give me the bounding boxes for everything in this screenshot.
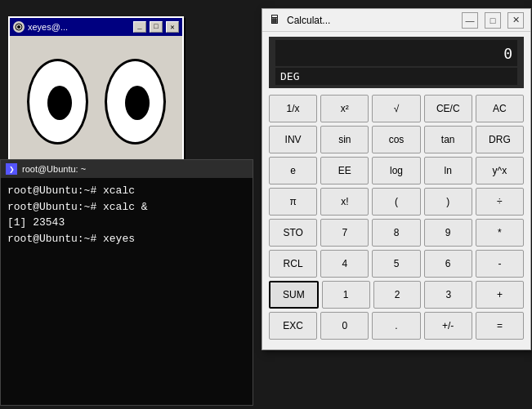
btn-6[interactable]: 6	[424, 250, 472, 278]
btn-inv[interactable]: INV	[269, 126, 317, 153]
terminal-window: ❯ root@Ubuntu: ~ root@Ubuntu:~# xcalc ro…	[0, 159, 253, 406]
calc-display-mode: DEG	[275, 68, 517, 85]
calc-row-2: INV sin cos tan DRG	[269, 126, 524, 153]
btn-decimal[interactable]: .	[372, 312, 420, 340]
btn-ee[interactable]: EE	[320, 157, 369, 184]
btn-4[interactable]: 4	[320, 250, 369, 278]
eyes-container	[27, 59, 166, 144]
calc-display-main: 0	[275, 40, 517, 66]
calc-row-5: STO 7 8 9 *	[269, 219, 524, 247]
btn-ac[interactable]: AC	[476, 95, 524, 122]
xeyes-close-button[interactable]: ✕	[166, 21, 179, 33]
btn-8[interactable]: 8	[372, 219, 420, 247]
terminal-line-2: root@Ubuntu:~# xcalc &	[7, 199, 246, 216]
xeyes-titlebar: xeyes@... _ □ ✕	[10, 18, 182, 36]
xeyes-maximize-button[interactable]: □	[150, 21, 163, 33]
calc-row-8: EXC 0 . +/- =	[269, 312, 524, 340]
calc-maximize-button[interactable]: □	[485, 12, 501, 29]
btn-divide[interactable]: ÷	[476, 188, 524, 216]
btn-add[interactable]: +	[476, 281, 524, 309]
btn-5[interactable]: 5	[372, 250, 420, 278]
calc-title: Calculat...	[287, 15, 455, 26]
btn-rcl[interactable]: RCL	[269, 250, 317, 278]
btn-sqrt[interactable]: √	[372, 95, 420, 122]
calc-close-button[interactable]: ✕	[507, 12, 524, 29]
calculator-window: 🖩 Calculat... — □ ✕ 0 DEG 1/x x² √ CE/C …	[262, 8, 531, 350]
terminal-line-4: root@Ubuntu:~# xeyes	[7, 231, 246, 247]
btn-sin[interactable]: sin	[320, 126, 369, 153]
btn-pi[interactable]: π	[269, 188, 317, 216]
btn-xfact[interactable]: x!	[320, 188, 369, 216]
btn-x2[interactable]: x²	[320, 95, 369, 122]
btn-sum[interactable]: SUM	[269, 281, 319, 309]
btn-sto[interactable]: STO	[269, 219, 317, 247]
calc-display-value: 0	[503, 45, 512, 62]
btn-e[interactable]: e	[269, 157, 317, 184]
btn-0[interactable]: 0	[320, 312, 369, 340]
xeyes-window: xeyes@... _ □ ✕	[8, 16, 184, 168]
calc-row-1: 1/x x² √ CE/C AC	[269, 95, 524, 122]
btn-exc[interactable]: EXC	[269, 312, 317, 340]
xeyes-minimize-button[interactable]: _	[133, 21, 146, 33]
btn-subtract[interactable]: -	[476, 250, 524, 278]
right-pupil	[125, 86, 150, 120]
calc-minimize-button[interactable]: —	[462, 12, 478, 29]
terminal-line-1: root@Ubuntu:~# xcalc	[7, 183, 246, 199]
calc-display-area: 0 DEG	[269, 37, 524, 88]
btn-3[interactable]: 3	[424, 281, 472, 309]
terminal-title: root@Ubuntu: ~	[22, 164, 86, 174]
svg-point-1	[17, 25, 20, 29]
btn-7[interactable]: 7	[320, 219, 369, 247]
calc-row-4: π x! ( ) ÷	[269, 188, 524, 216]
btn-cec[interactable]: CE/C	[424, 95, 472, 122]
calc-titlebar: 🖩 Calculat... — □ ✕	[262, 9, 530, 32]
btn-multiply[interactable]: *	[476, 219, 524, 247]
terminal-icon: ❯	[6, 163, 17, 175]
calc-row-7: SUM 1 2 3 +	[269, 281, 524, 309]
btn-yx[interactable]: y^x	[476, 157, 524, 184]
btn-open-paren[interactable]: (	[372, 188, 420, 216]
btn-1-x[interactable]: 1/x	[269, 95, 317, 122]
xeyes-title: xeyes@...	[28, 22, 130, 32]
btn-9[interactable]: 9	[424, 219, 472, 247]
calc-row-3: e EE log ln y^x	[269, 157, 524, 184]
right-eye	[105, 59, 166, 144]
btn-2[interactable]: 2	[373, 281, 422, 309]
btn-plusminus[interactable]: +/-	[424, 312, 472, 340]
calc-app-icon: 🖩	[269, 14, 280, 27]
terminal-line-3: [1] 23543	[7, 215, 246, 231]
calc-row-6: RCL 4 5 6 -	[269, 250, 524, 278]
terminal-body[interactable]: root@Ubuntu:~# xcalc root@Ubuntu:~# xcal…	[1, 178, 253, 405]
terminal-titlebar: ❯ root@Ubuntu: ~	[1, 160, 253, 178]
xeyes-body	[10, 36, 182, 167]
left-eye	[27, 59, 88, 144]
calc-buttons: 1/x x² √ CE/C AC INV sin cos tan DRG e E…	[262, 91, 530, 349]
btn-log[interactable]: log	[372, 157, 420, 184]
btn-close-paren[interactable]: )	[424, 188, 472, 216]
btn-ln[interactable]: ln	[424, 157, 472, 184]
btn-cos[interactable]: cos	[372, 126, 420, 153]
xeyes-app-icon	[13, 21, 25, 33]
btn-equals[interactable]: =	[476, 312, 524, 340]
btn-1[interactable]: 1	[322, 281, 370, 309]
left-pupil	[47, 86, 72, 120]
btn-tan[interactable]: tan	[424, 126, 472, 153]
btn-drg[interactable]: DRG	[476, 126, 524, 153]
